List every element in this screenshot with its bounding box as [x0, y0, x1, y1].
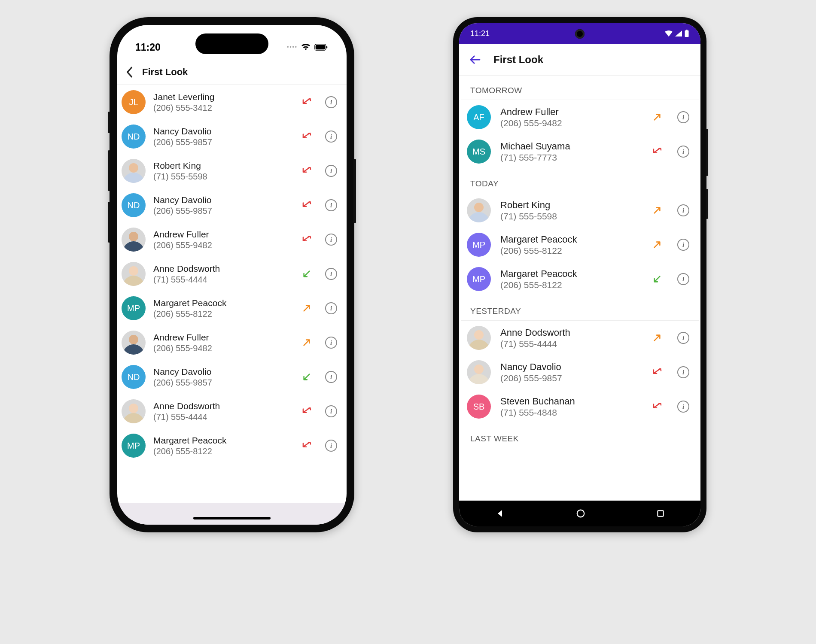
contact-phone: (206) 555-9482	[500, 118, 642, 128]
contact-phone: (71) 555-4444	[153, 275, 293, 285]
info-button[interactable]: i	[325, 165, 337, 177]
list-item[interactable]: NDNancy Davolio(206) 555-9857i	[117, 360, 347, 394]
list-item[interactable]: SBSteven Buchanan(71) 555-4848i	[459, 389, 700, 424]
android-contact-list[interactable]: TOMORROWAFAndrew Fuller(206) 555-9482iMS…	[459, 76, 700, 501]
avatar: MP	[122, 434, 146, 458]
contact-name: Nancy Davolio	[153, 126, 293, 137]
list-item[interactable]: Anne Dodsworth(71) 555-4444i	[117, 257, 347, 291]
svg-rect-3	[685, 30, 689, 37]
info-button[interactable]: i	[677, 239, 689, 251]
android-nav-bar	[459, 501, 700, 526]
info-button[interactable]: i	[325, 405, 337, 417]
info-button[interactable]: i	[677, 273, 689, 285]
contact-name: Janet Leverling	[153, 91, 293, 103]
call-direction-icon	[301, 167, 312, 175]
contact-name: Andrew Fuller	[500, 106, 642, 118]
list-item[interactable]: Andrew Fuller(206) 555-9482i	[117, 222, 347, 257]
contact-name: Anne Dodsworth	[153, 263, 293, 274]
list-item[interactable]: Nancy Davolio(206) 555-9857i	[459, 355, 700, 389]
avatar	[122, 262, 146, 286]
contact-name: Margaret Peacock	[500, 234, 642, 246]
list-item[interactable]: MPMargaret Peacock(206) 555-8122i	[117, 291, 347, 325]
svg-rect-1	[316, 45, 325, 50]
contact-text: Andrew Fuller(206) 555-9482	[153, 229, 293, 250]
info-button[interactable]: i	[325, 440, 337, 452]
contact-text: Andrew Fuller(206) 555-9482	[500, 106, 642, 129]
call-direction-icon	[652, 206, 663, 215]
info-button[interactable]: i	[325, 131, 337, 143]
section-header: YESTERDAY	[461, 296, 699, 321]
list-item[interactable]: JLJanet Leverling(206) 555-3412i	[117, 85, 347, 119]
nav-recent-icon[interactable]	[656, 509, 665, 518]
nav-back-icon[interactable]	[495, 508, 505, 519]
info-button[interactable]: i	[325, 96, 337, 108]
list-item[interactable]: MPMargaret Peacock(206) 555-8122i	[459, 262, 700, 296]
contact-phone: (206) 555-9857	[500, 373, 642, 383]
list-item[interactable]: Robert King(71) 555-5598i	[459, 193, 700, 228]
page-title: First Look	[142, 67, 188, 78]
list-item[interactable]: MSMichael Suyama(71) 555-7773i	[459, 134, 700, 169]
contact-phone: (71) 555-4444	[500, 339, 642, 349]
contact-phone: (206) 555-9857	[153, 378, 293, 388]
call-direction-icon	[652, 334, 663, 342]
contact-text: Margaret Peacock(206) 555-8122	[500, 268, 642, 291]
android-side-button	[706, 189, 708, 219]
nav-home-icon[interactable]	[576, 509, 585, 518]
contact-name: Margaret Peacock	[153, 298, 293, 309]
info-button[interactable]: i	[677, 332, 689, 344]
info-button[interactable]: i	[325, 371, 337, 383]
call-direction-icon	[652, 113, 663, 122]
contact-text: Nancy Davolio(206) 555-9857	[153, 126, 293, 147]
contact-text: Robert King(71) 555-5598	[500, 199, 642, 222]
wifi-icon	[301, 43, 311, 51]
info-button[interactable]: i	[677, 366, 689, 378]
info-button[interactable]: i	[677, 401, 689, 413]
list-item[interactable]: Anne Dodsworth(71) 555-4444i	[459, 321, 700, 355]
contact-name: Andrew Fuller	[153, 229, 293, 240]
contact-text: Andrew Fuller(206) 555-9482	[153, 332, 293, 353]
list-item[interactable]: NDNancy Davolio(206) 555-9857i	[117, 188, 347, 222]
list-item[interactable]: NDNancy Davolio(206) 555-9857i	[117, 119, 347, 154]
ios-footer	[117, 503, 347, 525]
android-side-button	[706, 129, 708, 176]
list-item[interactable]: Robert King(71) 555-5598i	[117, 154, 347, 188]
list-item[interactable]: Andrew Fuller(206) 555-9482i	[117, 325, 347, 360]
info-button[interactable]: i	[677, 146, 689, 158]
info-button[interactable]: i	[325, 268, 337, 280]
ios-nav-bar: First Look	[117, 59, 347, 85]
contact-phone: (71) 555-4444	[153, 412, 293, 422]
avatar	[122, 228, 146, 252]
section-header: TODAY	[461, 169, 699, 193]
list-item[interactable]: Anne Dodsworth(71) 555-4444i	[117, 394, 347, 428]
contact-phone: (71) 555-5598	[153, 172, 293, 182]
info-button[interactable]: i	[677, 204, 689, 216]
contact-text: Steven Buchanan(71) 555-4848	[500, 395, 642, 418]
call-direction-icon	[301, 98, 312, 106]
section-header: TOMORROW	[461, 76, 699, 100]
contact-text: Margaret Peacock(206) 555-8122	[153, 298, 293, 319]
contact-text: Michael Suyama(71) 555-7773	[500, 140, 642, 163]
list-item[interactable]: AFAndrew Fuller(206) 555-9482i	[459, 100, 700, 134]
info-button[interactable]: i	[325, 199, 337, 211]
list-item[interactable]: MPMargaret Peacock(206) 555-8122i	[117, 428, 347, 463]
contact-text: Anne Dodsworth(71) 555-4444	[153, 401, 293, 422]
list-item[interactable]: MPMargaret Peacock(206) 555-8122i	[459, 228, 700, 262]
call-direction-icon	[652, 368, 663, 376]
info-button[interactable]: i	[325, 337, 337, 349]
info-button[interactable]: i	[677, 111, 689, 123]
contact-phone: (71) 555-4848	[500, 407, 642, 418]
android-app-bar: First Look	[459, 44, 700, 76]
avatar	[122, 399, 146, 423]
back-icon[interactable]	[126, 67, 133, 78]
iphone-side-button	[108, 112, 110, 133]
svg-rect-4	[686, 30, 688, 31]
call-direction-icon	[301, 133, 312, 140]
info-button[interactable]: i	[325, 234, 337, 246]
iphone-frame: 11:20 •••• First Look JLJanet Leverling(…	[110, 17, 354, 532]
contact-phone: (206) 555-8122	[500, 246, 642, 256]
info-button[interactable]: i	[325, 302, 337, 314]
back-icon[interactable]	[469, 55, 481, 64]
contact-phone: (71) 555-5598	[500, 211, 642, 222]
call-direction-icon	[652, 403, 663, 410]
ios-contact-list[interactable]: JLJanet Leverling(206) 555-3412iNDNancy …	[117, 85, 347, 503]
